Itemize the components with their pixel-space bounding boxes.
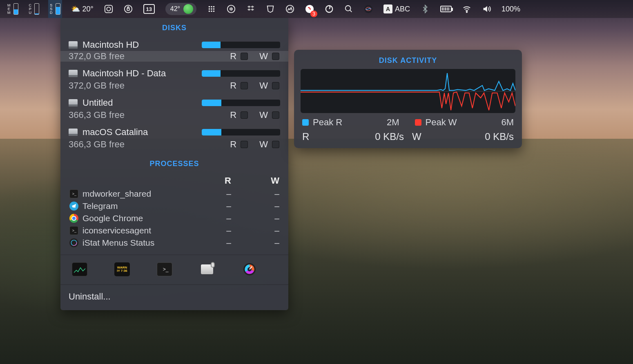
svg-point-2 xyxy=(125,5,132,13)
disk-row[interactable]: Macintosh HD - Data 372,0 GB free R W xyxy=(60,66,288,95)
disks-section-title: DISKS xyxy=(60,18,288,37)
weather-item[interactable]: ⛅ 20° xyxy=(69,0,95,18)
calendar-item[interactable]: 13 xyxy=(142,0,156,18)
disk-icon xyxy=(69,70,78,77)
svg-point-11 xyxy=(211,11,212,12)
w-label: W xyxy=(259,51,268,62)
tool-terminal[interactable]: >_ xyxy=(157,262,172,276)
peak-r-label: Peak R xyxy=(313,117,342,128)
w-label: W xyxy=(412,131,485,142)
r-value: 0 KB/s xyxy=(375,131,404,142)
read-led xyxy=(241,141,248,148)
disk-activity-popover: DISK ACTIVITY Peak R 2M Peak W 6M R0 KB/… xyxy=(294,50,522,148)
disk-usage-bar xyxy=(202,100,280,106)
svg-point-6 xyxy=(213,6,215,8)
peak-w-swatch xyxy=(415,119,421,126)
disk-usage-bar xyxy=(202,129,280,135)
activity-title: DISK ACTIVITY xyxy=(294,50,522,69)
activity-legend: Peak R 2M Peak W 6M xyxy=(302,117,514,128)
read-led xyxy=(241,111,248,119)
spotlight-search-icon[interactable] xyxy=(343,0,355,18)
r-label: R xyxy=(230,80,236,91)
sound-wave-icon[interactable] xyxy=(225,0,237,18)
disk-name: macOS Catalina xyxy=(82,127,148,138)
tool-row: WARNIY 7:36 >_ xyxy=(60,255,288,284)
battery-icon[interactable] xyxy=(439,0,453,18)
disk-icon xyxy=(69,41,78,49)
process-name: iconservicesagent xyxy=(82,226,203,235)
processes-header: R W xyxy=(60,173,288,188)
process-w: – xyxy=(251,238,279,248)
ssd-dropdown-panel: DISKS Macintosh HD 372,0 GB free R W Mac… xyxy=(60,18,288,310)
r-label: R xyxy=(302,131,375,142)
svg-point-4 xyxy=(209,6,210,8)
w-value: 0 KB/s xyxy=(485,131,514,142)
ssd-meter[interactable]: SSD xyxy=(48,0,62,18)
w-label: W xyxy=(259,139,268,150)
process-row[interactable]: >_iconservicesagent–– xyxy=(60,224,288,237)
disk-name: Macintosh HD - Data xyxy=(82,68,166,79)
volume-icon[interactable] xyxy=(480,0,493,18)
tool-activity-monitor[interactable] xyxy=(72,262,87,276)
peak-w-value: 6M xyxy=(501,117,514,128)
svg-point-1 xyxy=(107,7,110,11)
weather-temp: 20° xyxy=(82,5,94,13)
peak-r-value: 2M xyxy=(387,117,399,128)
svg-point-7 xyxy=(209,8,210,10)
process-name: mdworker_shared xyxy=(82,189,203,199)
svg-rect-3 xyxy=(127,8,129,11)
wifi-icon[interactable] xyxy=(461,0,473,18)
process-row[interactable]: Google Chrome–– xyxy=(60,212,288,224)
process-r: – xyxy=(203,213,231,223)
svg-point-12 xyxy=(213,11,215,12)
processes-section-title: PROCESSES xyxy=(60,154,288,173)
input-source[interactable]: A ABC xyxy=(382,0,412,18)
siri-icon[interactable] xyxy=(362,0,374,18)
bluetooth-icon[interactable] xyxy=(419,0,431,18)
process-row[interactable]: Telegram–– xyxy=(60,200,288,212)
app-circle-icon[interactable] xyxy=(323,0,335,18)
svg-rect-0 xyxy=(105,5,112,13)
disk-icon xyxy=(69,129,78,136)
r-label: R xyxy=(230,110,236,120)
disk-row[interactable]: macOS Catalina 366,3 GB free R W xyxy=(60,124,288,154)
process-row[interactable]: >_mdworker_shared–– xyxy=(60,188,288,200)
disk-free-text: 366,3 GB free xyxy=(69,110,226,120)
record-icon[interactable] xyxy=(103,0,115,18)
tool-console[interactable]: WARNIY 7:36 xyxy=(114,262,130,276)
process-w: – xyxy=(251,213,279,223)
disk-free-text: 372,0 GB free xyxy=(69,80,226,91)
disk-row[interactable]: Macintosh HD 372,0 GB free R W xyxy=(60,37,288,66)
dropbox-icon[interactable] xyxy=(245,0,257,18)
activity-graph xyxy=(301,69,515,113)
tool-speedometer[interactable] xyxy=(242,262,257,276)
process-w: – xyxy=(251,201,279,211)
grid-dots-icon[interactable] xyxy=(205,0,218,18)
mem-meter[interactable]: MEM xyxy=(6,0,20,18)
process-name: Google Chrome xyxy=(82,213,203,223)
peak-r-swatch xyxy=(302,119,309,126)
disk-icon xyxy=(69,99,78,107)
vpn-mountain-icon[interactable] xyxy=(284,0,296,18)
uninstall-item[interactable]: Uninstall... xyxy=(60,284,288,310)
write-led xyxy=(272,141,279,148)
cpu-meter[interactable]: CPU xyxy=(27,0,41,18)
notification-badge: 3 xyxy=(310,11,317,17)
menubar: MEM CPU SSD ⛅ 20° 13 42° 3 xyxy=(0,0,633,18)
lock-rotation-icon[interactable] xyxy=(122,0,134,18)
process-row[interactable]: iStat Menus Status–– xyxy=(60,237,288,249)
process-r: – xyxy=(203,201,231,211)
svg-point-5 xyxy=(211,6,212,8)
w-label: W xyxy=(259,80,268,91)
disk-row[interactable]: Untitled 366,3 GB free R W xyxy=(60,95,288,124)
tool-disk-utility[interactable] xyxy=(199,262,215,276)
temp-pill[interactable]: 42° xyxy=(164,0,198,18)
battery-percent[interactable]: 100% xyxy=(500,0,522,18)
disk-name: Untitled xyxy=(82,98,113,108)
write-led xyxy=(272,53,279,60)
shield-outline-icon[interactable] xyxy=(264,0,276,18)
disk-name: Macintosh HD xyxy=(82,40,139,50)
notification-app-icon[interactable]: 3 xyxy=(303,0,316,18)
w-label: W xyxy=(259,110,268,120)
r-label: R xyxy=(230,139,236,150)
